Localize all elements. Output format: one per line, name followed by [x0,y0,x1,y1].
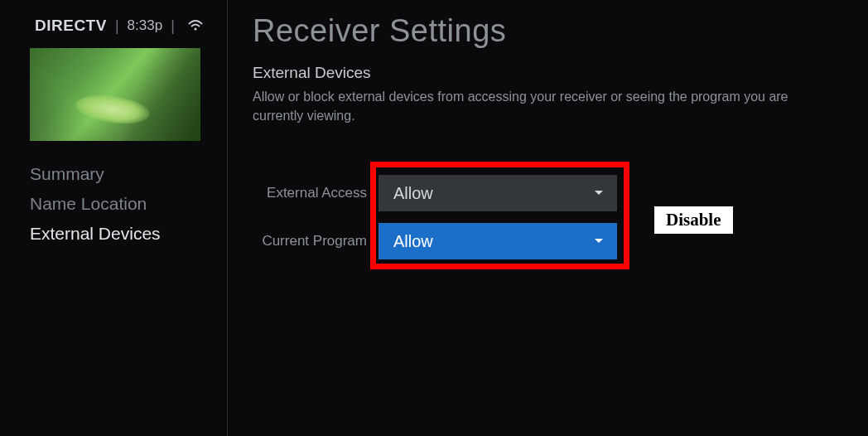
header-bar: DIRECTV | 8:33p | [0,17,227,45]
external-access-label: External Access [253,185,379,201]
sidebar: DIRECTV | 8:33p | Summary Name Location … [0,0,228,436]
live-preview-thumbnail [30,48,200,141]
sidebar-nav: Summary Name Location External Devices [0,154,227,249]
brand-logo: DIRECTV [35,17,107,35]
annotation-callout: Disable [654,206,733,234]
chevron-down-icon [594,190,604,196]
current-program-dropdown[interactable]: Allow [379,223,617,259]
current-program-value: Allow [393,232,433,251]
sidebar-item-summary[interactable]: Summary [30,159,227,189]
sidebar-item-name-location[interactable]: Name Location [30,189,227,219]
external-access-dropdown[interactable]: Allow [379,175,617,211]
section-title: External Devices [253,64,843,82]
chevron-down-icon [594,238,604,245]
settings-area: External Access Allow Current Program Al… [253,175,843,259]
divider: | [171,17,175,35]
external-access-value: Allow [393,184,433,203]
section-description: Allow or block external devices from acc… [253,87,816,125]
page-title: Receiver Settings [253,13,843,49]
svg-point-0 [194,27,196,30]
sidebar-item-external-devices[interactable]: External Devices [30,219,227,249]
setting-row-external-access: External Access Allow [253,175,843,211]
wifi-icon [188,20,203,31]
setting-row-current-program: Current Program Allow [253,223,843,259]
main-content: Receiver Settings External Devices Allow… [228,0,868,436]
current-program-label: Current Program [253,233,379,249]
divider: | [115,17,119,35]
clock-time: 8:33p [128,17,163,34]
